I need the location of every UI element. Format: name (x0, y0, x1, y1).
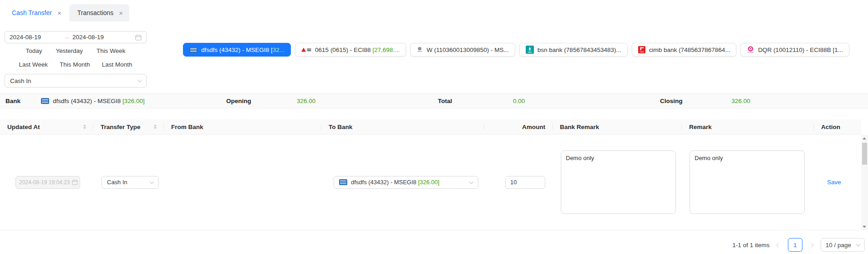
calendar-icon (135, 34, 142, 41)
summary-total-value: 0.00 (513, 93, 525, 108)
quick-link-this-month[interactable]: This Month (60, 61, 90, 68)
quick-link-last-week[interactable]: Last Week (19, 61, 48, 68)
remark-textarea[interactable]: Demo only (690, 150, 805, 214)
quick-link-this-week[interactable]: This Week (96, 47, 126, 54)
opening-label: Opening (226, 98, 251, 104)
bank-button-row: dfsdfs (43432) - MSEGI8 [32... 0615 (061… (183, 43, 849, 57)
column-header-amount: Amount (484, 119, 553, 134)
chevron-down-icon (856, 242, 861, 247)
table-header: Updated At Transfer Type From Bank To Ba… (0, 119, 861, 135)
bank-remark-cell: Demo only (553, 150, 682, 214)
close-icon[interactable]: × (119, 10, 123, 16)
summary-opening-value: 326.00 (297, 93, 315, 108)
save-button[interactable]: Save (827, 179, 841, 186)
amount-input[interactable] (505, 176, 545, 189)
scrollbar-up-arrow-icon[interactable] (863, 137, 866, 140)
vertical-scrollbar[interactable] (861, 135, 868, 230)
bank-button-label: cimb bank (7485637867864... (649, 47, 731, 53)
column-header-bank-remark: Bank Remark (553, 119, 682, 134)
chevron-down-icon (150, 179, 154, 184)
column-header-to-bank: To Bank (321, 119, 484, 134)
column-label: Updated At (7, 124, 40, 130)
column-label: Action (821, 124, 840, 130)
amount-cell (484, 176, 553, 189)
bank-button-w[interactable]: W (110360013009850) - MS... (410, 43, 515, 57)
remark-cell: Demo only (682, 150, 814, 214)
svg-text:BSN: BSN (528, 51, 532, 53)
summary-opening-label-item: Opening (226, 93, 251, 108)
tab-label: Transactions (77, 9, 114, 16)
sort-icon[interactable] (83, 124, 86, 129)
quick-link-yesterday[interactable]: Yesterday (56, 47, 83, 54)
table-row: 2024-08-19 19:04:23 Cash In dfsdfs (43 (0, 135, 868, 230)
next-page-icon[interactable] (808, 241, 815, 249)
transfer-type-value: Cash In (107, 179, 127, 186)
tab-cash-transfer[interactable]: Cash Transfer × (4, 4, 68, 21)
column-label: Amount (522, 124, 545, 130)
transfer-type-filter-select[interactable]: Cash In (5, 74, 147, 88)
column-label: Bank Remark (560, 124, 599, 130)
dfsdfs-bank-logo-icon (189, 47, 198, 53)
bank-button-cimb[interactable]: CIMB cimb bank (7485637867864... (632, 43, 737, 57)
cimb-bank-logo-icon: CIMB (638, 46, 645, 53)
total-label: Total (438, 98, 452, 104)
scrollbar-thumb[interactable] (862, 143, 867, 165)
summary-closing-label-item: Closing (660, 93, 683, 108)
svg-text:CIMB: CIMB (640, 51, 644, 53)
bank-button-label: W (110360013009850) - MS... (426, 47, 509, 53)
dfsdfs-bank-logo-icon (41, 98, 49, 104)
page-number-button[interactable]: 1 (788, 238, 802, 252)
duitnow-bank-logo-icon: DuitNow (747, 46, 754, 53)
column-label: Transfer Type (101, 124, 141, 130)
range-arrow-icon: → (61, 34, 72, 41)
sort-icon[interactable] (154, 124, 157, 129)
bank-button-dfsdfs[interactable]: dfsdfs (43432) - MSEGI8 [32... (183, 43, 291, 57)
quick-range-row-1: Today Yesterday This Week (0, 47, 151, 54)
quick-range-row-2: Last Week This Month Last Month (0, 61, 151, 68)
quick-link-today[interactable]: Today (25, 47, 42, 54)
calendar-icon (72, 179, 78, 185)
updated-at-cell: 2024-08-19 19:04:23 (0, 176, 93, 189)
to-bank-value: dfsdfs (43432) - MSEGI8 [326.00] (351, 179, 439, 186)
summary-bank-name: dfsdfs (43432) - MSEGI8 [326.00] (53, 98, 145, 104)
pagination-bar: 1-1 of 1 items 1 10 / page (732, 238, 865, 252)
bank-button-label: dfsdfs (43432) - MSEGI8 [32... (201, 47, 284, 53)
closing-label: Closing (660, 98, 683, 104)
close-icon[interactable]: × (57, 10, 61, 16)
bank-button-bsn[interactable]: BSN bsn bank (78567843453483)... (519, 43, 628, 57)
balance-summary-bar: Bank dfsdfs (43432) - MSEGI8 [326.00] Op… (0, 93, 868, 109)
previous-page-icon[interactable] (775, 241, 782, 249)
summary-bank-group: Bank (5, 93, 20, 108)
transfer-type-filter-value: Cash In (10, 78, 31, 84)
column-label: To Bank (329, 124, 352, 130)
quick-link-last-month[interactable]: Last Month (102, 61, 132, 68)
summary-bank-value: dfsdfs (43432) - MSEGI8 [326.00] (41, 93, 145, 108)
chevron-down-icon (137, 78, 142, 83)
range-end-value: 2024-08-19 (72, 34, 135, 41)
bank-button-0615[interactable]: 0615 (0615) - ECI88 [27,698.... (295, 43, 406, 57)
date-range-picker[interactable]: 2024-08-19 → 2024-08-19 (5, 31, 147, 43)
column-label: Remark (689, 124, 712, 130)
chevron-down-icon (469, 179, 474, 184)
updated-at-datepicker[interactable]: 2024-08-19 19:04:23 (15, 176, 80, 189)
transfer-type-cell: Cash In (93, 176, 164, 189)
tab-transactions[interactable]: Transactions × (69, 4, 129, 21)
bank-button-dqr[interactable]: DuitNow DQR (10012110) - ECI88B [1... (741, 43, 849, 57)
dfsdfs-bank-logo-icon (339, 179, 347, 185)
summary-total-label-item: Total (438, 93, 452, 108)
page-size-select[interactable]: 10 / page (821, 238, 865, 252)
column-header-transfer-type[interactable]: Transfer Type (93, 119, 164, 134)
bank-label: Bank (5, 98, 20, 104)
bank-remark-textarea[interactable]: Demo only (561, 150, 676, 214)
column-label: From Bank (171, 124, 203, 130)
summary-closing-value: 326.00 (731, 93, 750, 108)
svg-text:DuitNow: DuitNow (748, 52, 754, 53)
updated-at-value: 2024-08-19 19:04:23 (19, 179, 70, 186)
scrollbar-down-arrow-icon[interactable] (863, 226, 866, 228)
transfer-type-select[interactable]: Cash In (102, 176, 159, 189)
column-header-updated-at[interactable]: Updated At (0, 119, 93, 134)
to-bank-select[interactable]: dfsdfs (43432) - MSEGI8 [326.00] (334, 176, 478, 189)
bank-button-label: bsn bank (78567843453483)... (538, 47, 621, 53)
eci88-bank-logo-icon (301, 47, 311, 52)
to-bank-cell: dfsdfs (43432) - MSEGI8 [326.00] (321, 176, 484, 189)
